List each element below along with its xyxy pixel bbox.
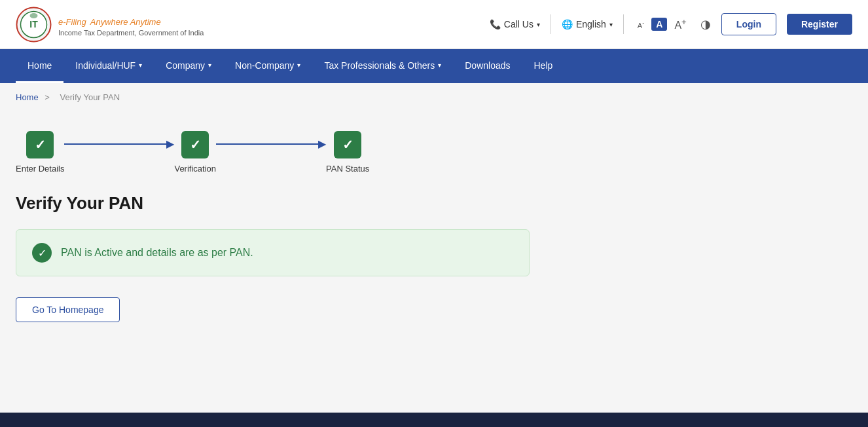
step-2-icon: ✓ <box>181 131 209 158</box>
connector-line-2 <box>216 143 321 145</box>
progress-stepper: ✓ Enter Details ▶ ✓ Verification ▶ ✓ PAN… <box>16 124 852 174</box>
divider-2 <box>623 14 624 34</box>
step-verification: ✓ Verification <box>174 131 216 174</box>
nav-home-label: Home <box>27 60 52 71</box>
connector-2-3: ▶ <box>216 138 326 150</box>
nav-individual-label: Individual/HUF <box>75 60 136 71</box>
nav-help[interactable]: Help <box>522 49 565 83</box>
logo-tagline: Anywhere Anytime <box>90 17 161 27</box>
font-normal-button[interactable]: A <box>651 18 667 31</box>
nav-non-company[interactable]: Non-Company ▾ <box>223 49 312 83</box>
globe-icon: 🌐 <box>562 19 573 29</box>
language-label: English <box>576 19 606 29</box>
nav-help-label: Help <box>534 60 553 71</box>
main-navbar: Home Individual/HUF ▾ Company ▾ Non-Comp… <box>0 49 868 83</box>
nav-home[interactable]: Home <box>16 49 63 83</box>
connector-1-2: ▶ <box>64 138 174 150</box>
nav-downloads[interactable]: Downloads <box>453 49 522 83</box>
success-check-icon: ✓ <box>32 243 52 263</box>
nav-tax-professionals-chevron: ▾ <box>438 62 441 69</box>
font-size-controls: A- A A+ <box>634 16 690 33</box>
step-2-label: Verification <box>174 164 216 174</box>
success-message-box: ✓ PAN is Active and details are as per P… <box>16 229 530 276</box>
nav-company-chevron: ▾ <box>208 62 211 69</box>
call-us-button[interactable]: 📞 Call Us ▾ <box>490 19 540 29</box>
breadcrumb: Home > Verify Your PAN <box>0 83 868 111</box>
step-3-icon: ✓ <box>334 131 361 158</box>
login-button[interactable]: Login <box>721 13 776 35</box>
main-content: ✓ Enter Details ▶ ✓ Verification ▶ ✓ PAN… <box>0 111 868 413</box>
success-message-text: PAN is Active and details are as per PAN… <box>61 247 253 259</box>
nav-non-company-label: Non-Company <box>235 60 294 71</box>
logo-text-group: e-Filing Anywhere Anytime Income Tax Dep… <box>58 12 204 37</box>
logo-title-text: e-Filing <box>58 17 86 27</box>
logo-area: IT e-Filing Anywhere Anytime Income Tax … <box>16 7 204 43</box>
logo-subtitle: Income Tax Department, Government of Ind… <box>58 29 204 37</box>
nav-tax-professionals[interactable]: Tax Professionals & Others ▾ <box>312 49 453 83</box>
breadcrumb-separator: > <box>45 92 50 102</box>
call-chevron-icon: ▾ <box>537 21 540 28</box>
header-controls: 📞 Call Us ▾ 🌐 English ▾ A- A A+ ◑ Login … <box>490 13 852 35</box>
step-1-icon: ✓ <box>26 131 54 158</box>
go-to-homepage-button[interactable]: Go To Homepage <box>16 297 120 322</box>
logo-title: e-Filing Anywhere Anytime <box>58 12 204 29</box>
page-title: Verify Your PAN <box>16 193 852 214</box>
nav-individual-huf[interactable]: Individual/HUF ▾ <box>63 49 154 83</box>
nav-company[interactable]: Company ▾ <box>154 49 223 83</box>
phone-icon: 📞 <box>490 19 501 29</box>
language-selector[interactable]: 🌐 English ▾ <box>562 19 613 29</box>
site-header: IT e-Filing Anywhere Anytime Income Tax … <box>0 0 868 49</box>
svg-text:IT: IT <box>29 19 38 29</box>
nav-non-company-chevron: ▾ <box>297 62 300 69</box>
step-1-label: Enter Details <box>16 164 64 174</box>
step-enter-details: ✓ Enter Details <box>16 131 64 174</box>
font-increase-button[interactable]: A+ <box>671 16 689 33</box>
nav-individual-chevron: ▾ <box>139 62 142 69</box>
divider-1 <box>551 14 551 34</box>
nav-tax-professionals-label: Tax Professionals & Others <box>324 60 435 71</box>
nav-downloads-label: Downloads <box>465 60 510 71</box>
font-decrease-button[interactable]: A- <box>634 18 647 31</box>
lang-chevron-icon: ▾ <box>609 21 613 28</box>
step-pan-status: ✓ PAN Status <box>326 131 369 174</box>
footer-bar <box>0 413 868 427</box>
step-3-label: PAN Status <box>326 164 369 174</box>
register-button[interactable]: Register <box>787 14 852 35</box>
call-us-label: Call Us <box>504 19 533 29</box>
breadcrumb-current: Verify Your PAN <box>60 92 120 102</box>
breadcrumb-home-link[interactable]: Home <box>16 92 39 102</box>
nav-company-label: Company <box>166 60 205 71</box>
connector-line-1 <box>64 143 169 145</box>
contrast-toggle-button[interactable]: ◑ <box>700 17 711 31</box>
emblem-icon: IT <box>16 7 52 43</box>
svg-point-3 <box>30 13 38 18</box>
